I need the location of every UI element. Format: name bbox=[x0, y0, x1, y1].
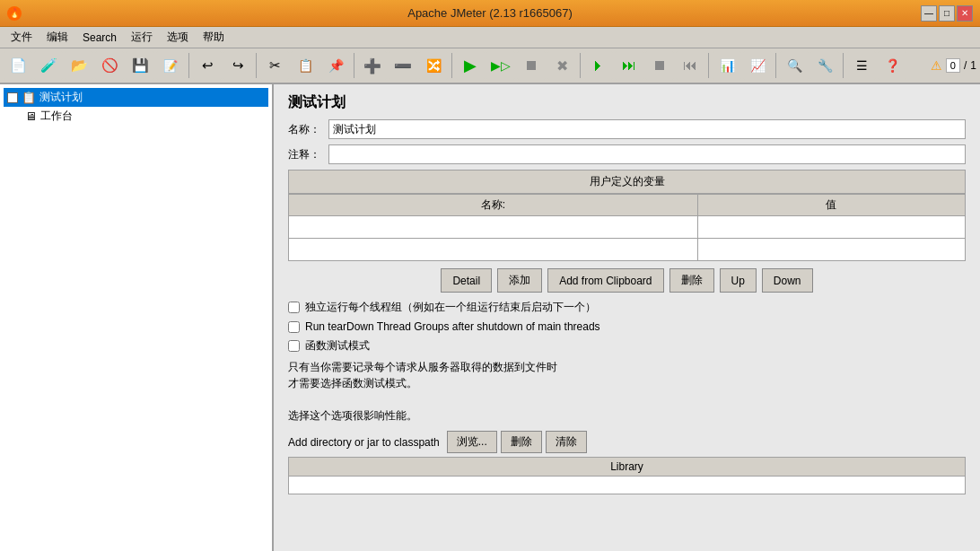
undo-button[interactable]: ↩ bbox=[193, 51, 222, 80]
menu-edit[interactable]: 编辑 bbox=[39, 28, 75, 47]
redo-icon: ↪ bbox=[232, 57, 244, 74]
library-table-body bbox=[289, 477, 966, 494]
tree-item-workbench[interactable]: 🖥 工作台 bbox=[22, 107, 268, 126]
remote-start-button[interactable]: ⏵ bbox=[584, 51, 613, 80]
clear-all-button[interactable]: 🔧 bbox=[810, 51, 839, 80]
save-button[interactable]: 💾 bbox=[126, 51, 154, 80]
toggle-button[interactable]: 🔀 bbox=[419, 51, 448, 80]
table-row-empty2 bbox=[289, 239, 966, 261]
remote-stop-all-icon: ⏮ bbox=[683, 57, 697, 74]
stop-icon: ⏹ bbox=[524, 57, 538, 74]
right-panel: 测试计划 名称： 注释： 用户定义的变量 名称: 值 bbox=[274, 84, 980, 551]
paste-button[interactable]: 📌 bbox=[321, 51, 350, 80]
desc-line-2: 才需要选择函数测试模式。 bbox=[288, 377, 417, 389]
new-button[interactable]: 📄 bbox=[4, 51, 32, 80]
template-icon: 🧪 bbox=[40, 57, 57, 74]
delete-button[interactable]: 删除 bbox=[669, 268, 714, 293]
toolbar-sep-8 bbox=[843, 53, 844, 78]
toolbar-sep-2 bbox=[256, 53, 257, 78]
undo-icon: ↩ bbox=[202, 57, 214, 74]
report-button[interactable]: 📊 bbox=[713, 51, 741, 80]
add-button[interactable]: 添加 bbox=[497, 268, 542, 293]
left-panel: - 📋 测试计划 🖥 工作台 bbox=[0, 84, 274, 551]
library-row-empty bbox=[289, 477, 966, 494]
title-bar: 🔥 Apache JMeter (2.13 r1665067) — □ ✕ bbox=[0, 0, 980, 27]
copy-icon: 📋 bbox=[298, 58, 313, 73]
menu-bar: 文件 编辑 Search 运行 选项 帮助 bbox=[0, 27, 980, 48]
clear-button[interactable]: 清除 bbox=[546, 431, 587, 453]
collapse-button[interactable]: ➖ bbox=[389, 51, 417, 80]
list-button[interactable]: ☰ bbox=[847, 51, 876, 80]
toolbar-sep-4 bbox=[451, 53, 452, 78]
cut-button[interactable]: ✂ bbox=[260, 51, 289, 80]
panel-content: 名称： 注释： 用户定义的变量 名称: 值 bbox=[274, 119, 980, 551]
variables-section-title: 用户定义的变量 bbox=[288, 170, 966, 194]
classpath-delete-button[interactable]: 删除 bbox=[501, 431, 542, 453]
toolbar-sep-3 bbox=[354, 53, 354, 78]
redo-button[interactable]: ↪ bbox=[223, 51, 252, 80]
comment-input[interactable] bbox=[328, 144, 966, 164]
copy-button[interactable]: 📋 bbox=[291, 51, 319, 80]
alert-count: 0 bbox=[946, 58, 960, 73]
open-icon: 📂 bbox=[71, 57, 88, 74]
search-toolbar-button[interactable]: 🔍 bbox=[780, 51, 809, 80]
detail-button[interactable]: Detail bbox=[441, 268, 492, 293]
maximize-button[interactable]: □ bbox=[939, 5, 955, 22]
close-file-button[interactable]: 🚫 bbox=[95, 51, 124, 80]
expand-icon: ➕ bbox=[363, 57, 381, 74]
name-input[interactable] bbox=[328, 119, 966, 139]
report2-button[interactable]: 📈 bbox=[743, 51, 772, 80]
remote-stop-all-button[interactable]: ⏮ bbox=[676, 51, 704, 80]
teardown-groups-checkbox[interactable] bbox=[288, 321, 300, 333]
remote-start-all-icon: ⏭ bbox=[622, 57, 636, 74]
help-icon: ❓ bbox=[885, 58, 900, 73]
independent-thread-groups-checkbox[interactable] bbox=[288, 302, 300, 313]
up-button[interactable]: Up bbox=[720, 268, 757, 293]
expand-button[interactable]: ➕ bbox=[358, 51, 387, 80]
start-no-pause-icon: ▶▷ bbox=[491, 58, 511, 73]
alert-separator: / bbox=[964, 59, 967, 72]
menu-search[interactable]: Search bbox=[75, 30, 124, 46]
main-layout: - 📋 测试计划 🖥 工作台 测试计划 名称： 注释： 用户定义 bbox=[0, 84, 980, 551]
toggle-icon: 🔀 bbox=[426, 58, 442, 73]
checkbox-row-2: Run tearDown Thread Groups after shutdow… bbox=[288, 320, 966, 333]
shutdown-button[interactable]: ✖ bbox=[547, 51, 576, 80]
down-button[interactable]: Down bbox=[762, 268, 813, 293]
menu-file[interactable]: 文件 bbox=[4, 28, 39, 47]
remote-stop-button[interactable]: ⏹ bbox=[645, 51, 674, 80]
menu-run[interactable]: 运行 bbox=[124, 28, 160, 47]
start-button[interactable]: ▶ bbox=[456, 51, 485, 80]
toolbar-sep-7 bbox=[775, 53, 776, 78]
help-button[interactable]: ❓ bbox=[878, 51, 906, 80]
minimize-button[interactable]: — bbox=[921, 5, 937, 22]
comment-label: 注释： bbox=[288, 147, 328, 162]
independent-thread-groups-label: 独立运行每个线程组（例如在一个组运行结束后启动下一个） bbox=[305, 300, 596, 315]
paste-icon: 📌 bbox=[328, 58, 344, 73]
add-from-clipboard-button[interactable]: Add from Clipboard bbox=[547, 268, 663, 293]
tree-expand-icon[interactable]: - bbox=[7, 92, 18, 103]
stop-button[interactable]: ⏹ bbox=[517, 51, 546, 80]
save-as-button[interactable]: 📝 bbox=[156, 51, 185, 80]
functional-mode-checkbox[interactable] bbox=[288, 340, 300, 352]
tree-item-test-plan[interactable]: - 📋 测试计划 bbox=[4, 88, 268, 107]
library-table: Library bbox=[288, 457, 966, 494]
menu-help[interactable]: 帮助 bbox=[196, 28, 232, 47]
start-no-pause-button[interactable]: ▶▷ bbox=[486, 51, 515, 80]
action-buttons: Detail 添加 Add from Clipboard 删除 Up Down bbox=[288, 268, 966, 293]
toolbar-sep-1 bbox=[188, 53, 189, 78]
remote-start-icon: ⏵ bbox=[591, 57, 606, 74]
functional-mode-label: 函数测试模式 bbox=[305, 338, 370, 354]
list-icon: ☰ bbox=[856, 58, 868, 73]
template-button[interactable]: 🧪 bbox=[34, 51, 63, 80]
close-button[interactable]: ✕ bbox=[957, 5, 973, 22]
remote-start-all-button[interactable]: ⏭ bbox=[615, 51, 643, 80]
workbench-label: 工作台 bbox=[40, 109, 73, 124]
test-plan-icon: 📋 bbox=[22, 91, 36, 104]
browse-button[interactable]: 浏览... bbox=[447, 431, 497, 453]
toolbar: 📄 🧪 📂 🚫 💾 📝 ↩ ↪ ✂ 📋 📌 ➕ ➖ bbox=[0, 48, 980, 84]
table-row-empty bbox=[289, 216, 966, 239]
teardown-groups-label: Run tearDown Thread Groups after shutdow… bbox=[305, 320, 600, 333]
alert-icon: ⚠ bbox=[931, 58, 942, 73]
open-button[interactable]: 📂 bbox=[65, 51, 93, 80]
menu-options[interactable]: 选项 bbox=[160, 28, 196, 47]
